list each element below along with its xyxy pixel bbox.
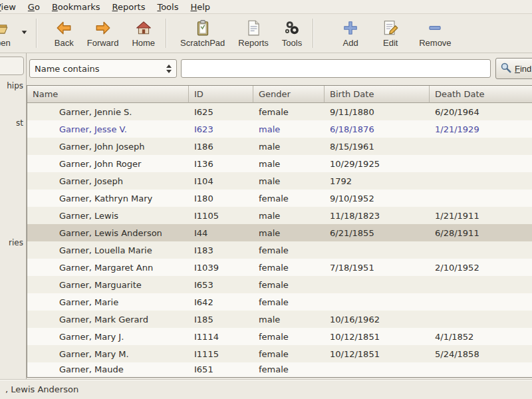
cell-death: 6/20/1964 bbox=[430, 103, 532, 120]
cell-birth: 9/10/1952 bbox=[325, 190, 430, 207]
table-row[interactable]: Garner, Mary M.I1115female10/12/18515/24… bbox=[27, 345, 532, 362]
cell-birth: 10/29/1925 bbox=[325, 155, 430, 172]
cell-id: I642 bbox=[189, 293, 253, 311]
table-row[interactable]: Garner, Jesse V.I623male6/18/18761/21/19… bbox=[27, 120, 532, 138]
table-row[interactable]: Garner, LewisI1105male11/18/18231/21/191… bbox=[27, 207, 532, 224]
cell-name: Garner, Mary J. bbox=[27, 328, 189, 345]
add-plus-icon bbox=[342, 19, 359, 37]
cell-birth: 6/21/1855 bbox=[325, 224, 430, 241]
cell-id: I44 bbox=[189, 224, 253, 241]
cell-gender: female bbox=[253, 362, 325, 376]
menu-reports[interactable]: Reports bbox=[106, 1, 152, 13]
menu-go[interactable]: Go bbox=[22, 1, 46, 13]
cell-death bbox=[430, 311, 532, 328]
scratchpad-button[interactable]: ScratchPad bbox=[174, 17, 231, 50]
table-row[interactable]: Garner, John JosephI186male8/15/1961 bbox=[27, 138, 532, 155]
table-row[interactable]: Garner, Margaret AnnI1039female7/18/1951… bbox=[27, 259, 532, 276]
tools-button[interactable]: Tools bbox=[275, 17, 309, 50]
back-button[interactable]: Back bbox=[48, 17, 80, 50]
cell-gender: male bbox=[253, 172, 325, 190]
cell-name: Garner, John Roger bbox=[27, 155, 189, 172]
find-button[interactable]: Find bbox=[495, 58, 532, 79]
sidebar-item-fragment[interactable]: ries bbox=[9, 238, 23, 247]
cell-death bbox=[430, 362, 532, 376]
open-button[interactable]: Open bbox=[0, 17, 17, 50]
cell-gender: male bbox=[253, 120, 325, 138]
filter-type-select[interactable]: Name contains bbox=[29, 59, 177, 78]
back-arrow-icon bbox=[55, 19, 72, 37]
combo-spinner-icon bbox=[166, 65, 172, 73]
menu-bookmarks[interactable]: Bookmarks bbox=[46, 1, 106, 13]
status-bar: , Lewis Anderson bbox=[0, 379, 532, 399]
add-button[interactable]: Add bbox=[335, 17, 366, 50]
cell-id: I183 bbox=[189, 241, 253, 259]
cell-id: I136 bbox=[189, 155, 253, 172]
cell-birth bbox=[325, 276, 430, 293]
forward-button[interactable]: Forward bbox=[80, 17, 126, 50]
report-document-icon bbox=[245, 19, 262, 37]
cell-name: Garner, Kathryn Mary bbox=[27, 190, 189, 207]
home-button[interactable]: Home bbox=[125, 17, 162, 50]
sidebar-item-fragment[interactable]: st bbox=[16, 118, 23, 128]
cell-name: Garner, Marie bbox=[27, 293, 189, 311]
clipboard-icon bbox=[194, 19, 211, 37]
cell-gender: female bbox=[253, 276, 325, 293]
table-row[interactable]: Garner, John RogerI136male10/29/1925 bbox=[27, 155, 532, 172]
toolbar-separator bbox=[313, 19, 314, 48]
filter-type-value: Name contains bbox=[35, 64, 166, 74]
table-row[interactable]: Garner, Louella MarieI183female bbox=[27, 241, 532, 259]
cell-id: I1114 bbox=[189, 328, 253, 345]
column-header-id[interactable]: ID bbox=[189, 86, 253, 103]
table-row[interactable]: Garner, Lewis AndersonI44male6/21/18556/… bbox=[27, 224, 532, 241]
cell-gender: female bbox=[253, 190, 325, 207]
gears-icon bbox=[283, 19, 301, 37]
cell-birth: 10/12/1851 bbox=[325, 345, 430, 362]
cell-name: Garner, Lewis bbox=[27, 207, 189, 224]
menu-help[interactable]: Help bbox=[184, 1, 216, 13]
cell-birth: 6/18/1876 bbox=[325, 120, 430, 138]
table-row[interactable]: Garner, JosephI104male1792 bbox=[27, 172, 532, 190]
cell-death: 2/10/1952 bbox=[430, 259, 532, 276]
table-row[interactable]: Garner, MarieI642female bbox=[27, 293, 532, 311]
cell-gender: male bbox=[253, 155, 325, 172]
column-header-death-date[interactable]: Death Date bbox=[430, 86, 532, 103]
status-text: , Lewis Anderson bbox=[5, 384, 78, 394]
cell-id: I653 bbox=[189, 276, 253, 293]
cell-name: Garner, Lewis Anderson bbox=[27, 224, 189, 241]
cell-gender: female bbox=[253, 328, 325, 345]
column-header-name[interactable]: Name bbox=[27, 86, 189, 103]
open-button-label: Open bbox=[0, 38, 11, 48]
forward-arrow-icon bbox=[94, 19, 112, 37]
cell-birth: 9/11/1880 bbox=[325, 103, 430, 120]
column-header-gender[interactable]: Gender bbox=[253, 86, 325, 103]
cell-id: I180 bbox=[189, 190, 253, 207]
column-header-birth-date[interactable]: Birth Date bbox=[325, 86, 430, 103]
tools-button-label: Tools bbox=[282, 38, 302, 48]
edit-page-icon bbox=[382, 19, 399, 37]
edit-button[interactable]: Edit bbox=[375, 17, 406, 50]
cell-gender: female bbox=[253, 293, 325, 311]
filter-search-input[interactable] bbox=[181, 59, 491, 78]
menu-view[interactable]: View bbox=[0, 1, 22, 13]
add-button-label: Add bbox=[343, 38, 358, 48]
table-row[interactable]: Garner, Jennie S.I625female9/11/18806/20… bbox=[27, 103, 532, 120]
toolbar: OpenBackForwardHomeScratchPadReportsTool… bbox=[0, 14, 532, 53]
table-row[interactable]: Garner, MarguariteI653female bbox=[27, 276, 532, 293]
table-row[interactable]: Garner, Kathryn MaryI180female9/10/1952 bbox=[27, 190, 532, 207]
cell-birth: 1792 bbox=[325, 172, 430, 190]
open-dropdown-button[interactable] bbox=[17, 17, 32, 50]
cell-gender: female bbox=[253, 103, 325, 120]
table-row[interactable]: Garner, Mark GerardI185male10/16/1962 bbox=[27, 311, 532, 328]
reports-button[interactable]: Reports bbox=[231, 17, 275, 50]
remove-button[interactable]: Remove bbox=[412, 17, 458, 50]
edit-button-label: Edit bbox=[383, 38, 398, 48]
cell-death bbox=[430, 138, 532, 155]
table-row[interactable]: Garner, Mary J.I1114female10/12/18514/1/… bbox=[27, 328, 532, 345]
cell-name: Garner, Marguarite bbox=[27, 276, 189, 293]
sidebar-item-fragment[interactable]: hips bbox=[7, 81, 23, 90]
remove-button-label: Remove bbox=[419, 38, 451, 48]
cell-id: I1115 bbox=[189, 345, 253, 362]
table-row[interactable]: Garner, MaudeI651female bbox=[27, 362, 532, 376]
menu-tools[interactable]: Tools bbox=[151, 1, 184, 13]
sidebar-button-fragment[interactable] bbox=[0, 57, 24, 75]
